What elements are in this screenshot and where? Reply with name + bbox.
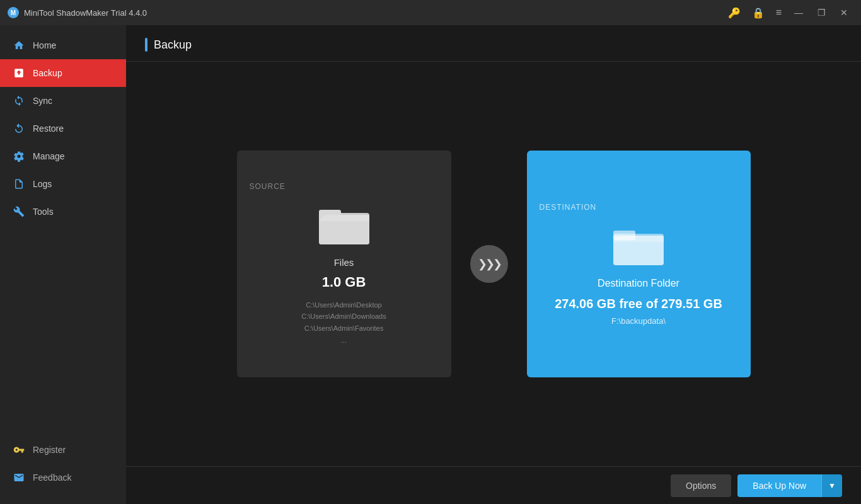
source-paths: C:\Users\Admin\Desktop C:\Users\Admin\Do… — [301, 299, 386, 346]
source-size: 1.0 GB — [322, 274, 366, 290]
source-card[interactable]: SOURCE Files 1.0 GB C:\Users\Admin\Deskt… — [237, 151, 451, 377]
source-type: Files — [334, 257, 354, 268]
page-title: Backup — [154, 38, 192, 52]
svg-text:M: M — [11, 9, 16, 16]
sidebar-item-sync[interactable]: Sync — [0, 87, 126, 115]
register-key-icon — [13, 444, 25, 456]
sidebar-item-manage-label: Manage — [33, 151, 65, 161]
app-logo-icon: M — [8, 7, 19, 18]
sidebar-item-restore-label: Restore — [33, 123, 64, 134]
sidebar-item-home[interactable]: Home — [0, 32, 126, 59]
content-area: Backup SOURCE Files 1.0 GB — [126, 25, 861, 504]
destination-free: 274.06 GB free of 279.51 GB — [555, 297, 722, 311]
feedback-mail-icon — [13, 471, 25, 484]
destination-path: F:\backupdata\ — [611, 316, 666, 326]
sidebar-item-manage[interactable]: Manage — [0, 142, 126, 170]
sidebar-item-restore[interactable]: Restore — [0, 115, 126, 142]
sidebar-item-logs[interactable]: Logs — [0, 170, 126, 198]
arrow-button[interactable]: ❯❯❯ — [470, 245, 508, 283]
options-button[interactable]: Options — [671, 474, 731, 497]
sidebar-item-register[interactable]: Register — [0, 436, 126, 464]
sidebar-item-sync-label: Sync — [33, 96, 52, 106]
menu-icon[interactable]: ≡ — [772, 6, 785, 20]
bottom-bar: Options Back Up Now ▼ — [126, 466, 861, 504]
minimize-button[interactable]: — — [789, 3, 808, 22]
home-icon — [13, 39, 25, 52]
destination-card[interactable]: DESTINATION Destination Folder 274.06 GB… — [527, 151, 751, 377]
backup-now-button[interactable]: Back Up Now — [737, 474, 821, 497]
lock-icon[interactable]: 🔒 — [748, 6, 768, 20]
sidebar-item-tools[interactable]: Tools — [0, 198, 126, 226]
sidebar-item-feedback[interactable]: Feedback — [0, 464, 126, 491]
sidebar-bottom: Register Feedback — [0, 436, 126, 504]
backup-content: SOURCE Files 1.0 GB C:\Users\Admin\Deskt… — [126, 62, 861, 466]
sidebar-item-logs-label: Logs — [33, 179, 52, 189]
key-icon[interactable]: 🔑 — [724, 6, 744, 20]
close-button[interactable]: ✕ — [835, 3, 853, 22]
sidebar-item-register-label: Register — [33, 445, 66, 455]
sidebar-item-backup-label: Backup — [33, 68, 62, 78]
restore-button[interactable]: ❐ — [812, 3, 831, 22]
sidebar: Home Backup Sync Res — [0, 25, 126, 504]
title-bar: M MiniTool ShadowMaker Trial 4.4.0 🔑 🔒 ≡… — [0, 0, 861, 25]
sidebar-item-feedback-label: Feedback — [33, 472, 71, 483]
backup-now-wrapper: Back Up Now ▼ — [737, 474, 842, 497]
backup-icon — [13, 67, 25, 79]
source-folder-icon — [319, 203, 369, 247]
destination-label: DESTINATION — [540, 203, 597, 212]
destination-type: Destination Folder — [598, 278, 679, 289]
sync-icon — [13, 94, 25, 107]
sidebar-item-backup[interactable]: Backup — [0, 59, 126, 87]
manage-icon — [13, 150, 25, 163]
destination-folder-icon — [613, 224, 664, 268]
backup-now-dropdown-button[interactable]: ▼ — [821, 474, 842, 497]
page-title-accent — [145, 38, 147, 52]
app-title: MiniTool ShadowMaker Trial 4.4.0 — [24, 8, 724, 18]
main-layout: Home Backup Sync Res — [0, 25, 861, 504]
sidebar-item-tools-label: Tools — [33, 207, 54, 217]
tools-icon — [13, 205, 25, 218]
logs-icon — [13, 178, 25, 190]
source-label: SOURCE — [250, 182, 286, 191]
sidebar-item-home-label: Home — [33, 40, 56, 50]
page-header: Backup — [126, 25, 861, 62]
restore-icon — [13, 122, 25, 135]
